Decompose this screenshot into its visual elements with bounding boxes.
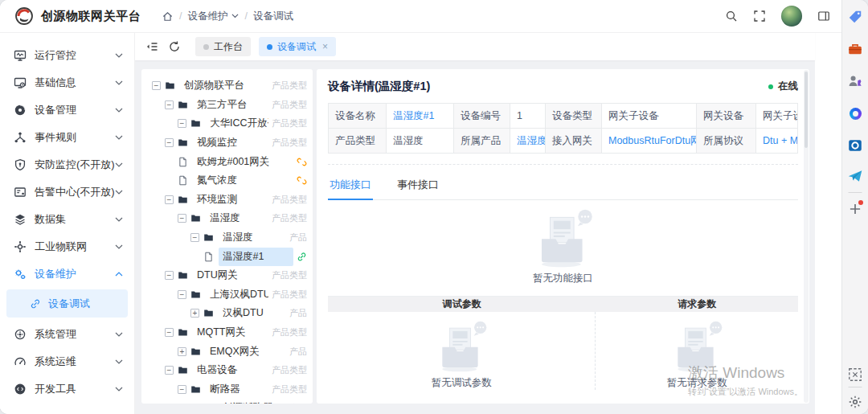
sidebar-subitem-device-debug[interactable]: 设备调试	[6, 289, 128, 318]
collapse-menu-icon[interactable]	[145, 40, 158, 53]
tree-node-11[interactable]: −上海汉枫DTU产品类型	[147, 285, 307, 305]
sidebar-item-1[interactable]: 基础信息	[0, 69, 134, 96]
tree-toggle-collapse-icon[interactable]: −	[165, 271, 174, 280]
layout-panel-icon[interactable]	[817, 10, 830, 23]
tree-node-16[interactable]: −断路器产品类型	[147, 380, 307, 400]
info-label-cell: 产品类型	[329, 129, 387, 154]
scrollbar[interactable]	[804, 70, 809, 403]
tree-node-15[interactable]: −电器设备产品类型	[147, 361, 307, 380]
strip-divider	[849, 387, 862, 387]
page-tab-0[interactable]: 工作台	[195, 37, 251, 56]
table-row: 设备名称温湿度#1设备编号1设备类型网关子设备网关设备网关子设备	[329, 104, 798, 129]
info-value-cell: 温湿度	[387, 129, 454, 154]
tree-node-label: 环境监测	[193, 191, 268, 209]
tree-node-label: 氮气浓度	[193, 171, 293, 190]
tree-node-1[interactable]: −第三方平台产品类型	[147, 96, 307, 115]
tree-toggle-collapse-icon[interactable]: −	[165, 100, 174, 109]
info-label-cell: 接入网关	[546, 129, 602, 154]
params-header-bar: 调试参数 请求参数	[328, 297, 798, 312]
sidebar-item-8[interactable]: 设备维护	[0, 260, 134, 288]
tree-node-10[interactable]: −DTU网关产品类型	[147, 266, 307, 285]
add-sidebar-item-icon[interactable]	[847, 201, 863, 217]
tree-toggle-collapse-icon[interactable]: −	[178, 119, 186, 128]
outlook-icon[interactable]	[847, 137, 863, 154]
sidebar-item-label: 设备维护	[35, 267, 76, 281]
tab-event-interface[interactable]: 事件接口	[395, 172, 440, 199]
sidebar-item-9[interactable]: 系统管理	[0, 321, 134, 348]
tree-toggle-collapse-icon[interactable]: −	[165, 138, 174, 147]
sidebar-item-4[interactable]: 安防监控(不开放)	[0, 151, 134, 178]
tree-toggle-collapse-icon[interactable]: −	[165, 366, 174, 375]
tree-toggle-expand-icon[interactable]: +	[190, 309, 199, 318]
info-value-cell[interactable]: 温湿度	[510, 129, 546, 154]
folder-icon	[178, 195, 188, 205]
breadcrumb-item-device-maintenance[interactable]: 设备维护	[187, 10, 227, 23]
refresh-icon[interactable]	[168, 40, 181, 53]
tree-toggle-collapse-icon[interactable]: −	[165, 195, 174, 204]
alert-board-icon	[14, 186, 27, 199]
tree-node-7[interactable]: −温湿度产品类型	[147, 209, 307, 228]
chevron-down-icon	[115, 244, 123, 249]
tab-function-interface[interactable]: 功能接口	[328, 172, 373, 200]
sidebar-item-5[interactable]: 告警中心(不开放)	[0, 178, 134, 206]
info-value-cell[interactable]: 温湿度#1	[387, 104, 454, 129]
chevron-down-icon	[115, 190, 123, 195]
tree-node-17[interactable]: +创源断路器产品	[147, 399, 307, 404]
page-tab-1[interactable]: 设备调试×	[259, 37, 336, 56]
tree-node-14[interactable]: +EMQX网关产品	[147, 342, 307, 361]
close-icon[interactable]: ×	[322, 41, 328, 52]
telegram-icon[interactable]	[847, 168, 863, 184]
tree-node-type-label: 产品	[289, 307, 307, 319]
sidebar-item-2[interactable]: 设备管理	[0, 96, 134, 124]
tree-toggle-collapse-icon[interactable]: −	[152, 81, 161, 90]
tree-node-12[interactable]: +汉枫DTU产品	[147, 304, 307, 323]
sidebar-item-label: 开发工具	[35, 382, 76, 396]
tree-toggle-collapse-icon[interactable]: −	[178, 214, 186, 223]
sidebar-item-3[interactable]: 事件规则	[0, 124, 134, 151]
sidebar-item-10[interactable]: 系统运维	[0, 348, 134, 375]
tree-node-label: 欧姆龙#001网关	[193, 153, 293, 171]
open-page-tabs: 工作台设备调试×	[195, 37, 336, 56]
recruiter-icon[interactable]	[847, 73, 863, 89]
screenshot-tool-icon[interactable]	[847, 367, 863, 383]
tree-node-9[interactable]: 温湿度#1	[147, 247, 307, 266]
user-avatar[interactable]	[781, 6, 802, 27]
tree-toggle-collapse-icon[interactable]: −	[190, 233, 199, 242]
tree-node-type-label: 产品类型	[272, 269, 307, 281]
home-icon[interactable]	[162, 10, 174, 23]
tree-node-6[interactable]: −环境监测产品类型	[147, 191, 307, 210]
sidebar-item-0[interactable]: 运行管控	[0, 42, 134, 69]
tree-toggle-expand-icon[interactable]: +	[178, 347, 186, 356]
breadcrumb-item-device-debug[interactable]: 设备调试	[253, 10, 293, 23]
tree-node-2[interactable]: −大华ICC开放平台产品类型	[147, 114, 307, 133]
tree-toggle-collapse-icon[interactable]: −	[178, 290, 186, 299]
tree-node-13[interactable]: −MQTT网关产品类型	[147, 323, 307, 342]
chevron-down-icon	[115, 332, 123, 337]
copilot-icon[interactable]	[847, 105, 863, 121]
tree-toggle-collapse-icon[interactable]: −	[178, 385, 186, 394]
sidebar-item-7[interactable]: 工业物联网	[0, 233, 134, 260]
tree-node-type-label: 产品	[289, 232, 307, 244]
tree-node-5[interactable]: 氮气浓度	[147, 171, 307, 191]
sidebar-item-label: 系统管理	[35, 327, 76, 342]
top-header: 创源物联网关平台 / 设备维护 / 设备调试	[0, 0, 841, 33]
fullscreen-icon[interactable]	[753, 10, 766, 23]
tree-node-0[interactable]: −创源物联平台产品类型	[147, 76, 307, 96]
tag-icon[interactable]	[847, 9, 863, 25]
tree-node-3[interactable]: −视频监控产品类型	[147, 133, 307, 153]
info-value-cell[interactable]: ModbusRtuForDtu网关	[602, 129, 697, 154]
disc-icon	[14, 104, 27, 117]
scrollbar-thumb[interactable]	[805, 72, 808, 148]
dashed-divider	[328, 164, 798, 165]
settings-gear-icon[interactable]	[847, 394, 863, 410]
tree-node-8[interactable]: −温湿度产品	[147, 228, 307, 248]
sidebar-item-6[interactable]: 数据集	[0, 206, 134, 233]
sidebar-item-11[interactable]: 开发工具	[0, 375, 134, 403]
search-icon[interactable]	[725, 10, 738, 23]
tree-node-4[interactable]: 欧姆龙#001网关	[147, 152, 307, 171]
tree-toggle-collapse-icon[interactable]: −	[165, 328, 174, 337]
info-value-cell[interactable]: Dtu + Modbus Rtu	[756, 129, 798, 154]
detail-title: 设备详情(温湿度#1)	[328, 79, 430, 94]
tree-node-type-label: 产品	[289, 346, 307, 358]
toolbox-icon[interactable]	[847, 41, 863, 57]
